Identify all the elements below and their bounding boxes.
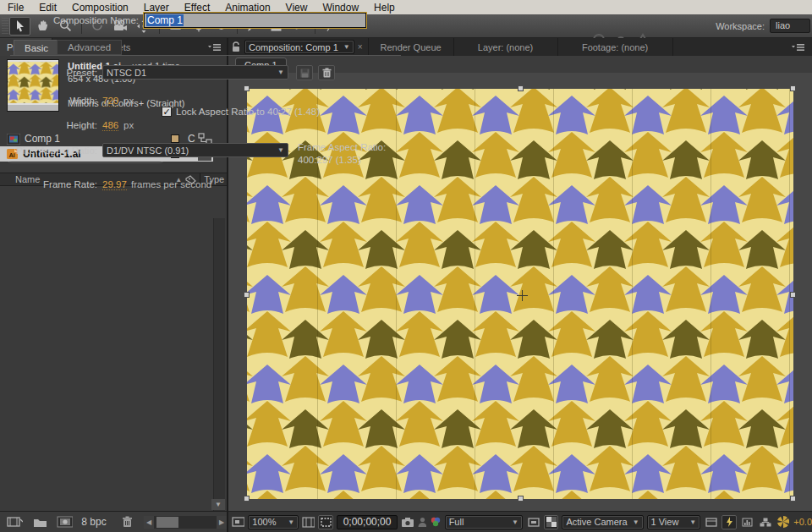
- menu-bar: File Edit Composition Layer Effect Anima…: [0, 0, 812, 14]
- height-label: Height:: [0, 120, 97, 130]
- chevron-down-icon: ▼: [277, 146, 284, 154]
- chevron-down-icon: ▼: [288, 518, 294, 526]
- pixel-aspect-correction-icon[interactable]: [721, 515, 736, 529]
- always-preview-icon[interactable]: [232, 517, 244, 527]
- selection-handle[interactable]: [518, 85, 524, 91]
- project-footer: 8 bpc ◀ ▶: [0, 511, 227, 532]
- delete-icon[interactable]: [122, 516, 132, 528]
- composition-icon: [7, 134, 20, 145]
- preset-select[interactable]: NTSC D1▼: [102, 65, 288, 80]
- new-folder-icon[interactable]: [33, 517, 47, 528]
- tab-composition-comp1[interactable]: Composition: Comp 1 ▼: [244, 40, 354, 54]
- composition-name-label: Composition Name:: [0, 15, 139, 25]
- frame-rate-unit: frames per second: [131, 179, 211, 189]
- selection-handle[interactable]: [518, 496, 524, 502]
- selection-handle[interactable]: [790, 292, 796, 298]
- save-preset-icon[interactable]: [296, 65, 313, 80]
- show-snapshot-icon[interactable]: [418, 517, 427, 527]
- channels-resolution-select[interactable]: Full▼: [445, 515, 523, 529]
- timeline-icon[interactable]: [704, 515, 718, 529]
- width-value[interactable]: 720: [102, 96, 118, 107]
- composition-panel-tabs: Composition: Comp 1 ▼ × Render Queue Lay…: [228, 38, 812, 56]
- chevron-down-icon: ▼: [512, 518, 518, 526]
- height-unit: px: [123, 120, 134, 130]
- menu-window[interactable]: Window: [315, 2, 366, 14]
- bit-depth-button[interactable]: 8 bpc: [81, 516, 106, 528]
- tab-render-queue[interactable]: Render Queue: [369, 38, 453, 56]
- color-swatch[interactable]: [171, 134, 179, 143]
- timecode-field[interactable]: 0;00;00;00: [337, 515, 398, 529]
- view-layout-select[interactable]: 1 View▼: [647, 515, 701, 529]
- pixel-aspect-ratio-select[interactable]: D1/DV NTSC (0.91)▼: [102, 143, 288, 157]
- selection-handle[interactable]: [790, 496, 796, 502]
- tab-basic[interactable]: Basic: [14, 40, 59, 55]
- preset-label: Preset:: [0, 68, 97, 78]
- region-of-interest-icon[interactable]: [318, 515, 332, 529]
- frame-aspect-ratio-label: Frame Aspect Ratio:: [298, 142, 386, 152]
- tab-layer[interactable]: Layer: (none): [454, 38, 557, 56]
- after-effects-window: File Edit Composition Layer Effect Anima…: [0, 0, 812, 532]
- vertical-scrollbar[interactable]: [213, 218, 225, 532]
- frame-aspect-ratio-value: 400:297 (1.35): [298, 155, 361, 165]
- frame-rate-label: Frame Rate:: [0, 179, 97, 189]
- anchor-point-icon[interactable]: [517, 290, 528, 301]
- menu-layer[interactable]: Layer: [136, 2, 177, 14]
- menu-help[interactable]: Help: [366, 2, 403, 14]
- height-value[interactable]: 486: [102, 120, 118, 131]
- frame-rate-value[interactable]: 29.97: [102, 179, 127, 190]
- menu-view[interactable]: View: [278, 2, 315, 14]
- exposure-value[interactable]: +0.0: [793, 517, 812, 527]
- tab-advanced[interactable]: Advanced: [57, 40, 122, 55]
- lock-icon[interactable]: [232, 41, 241, 52]
- chevron-down-icon: ▼: [633, 518, 639, 526]
- lock-aspect-checkbox[interactable]: ✓: [162, 107, 172, 117]
- menu-edit[interactable]: Edit: [31, 2, 64, 14]
- composition-footer: 100%▼ 0;00;00;00 Full▼ Active Camera▼ 1 …: [228, 511, 812, 532]
- scroll-right-icon[interactable]: ▶: [217, 516, 227, 529]
- scroll-left-icon[interactable]: ◀: [144, 516, 154, 529]
- reset-exposure-icon[interactable]: [776, 515, 790, 529]
- composition-name-input[interactable]: Comp 1: [144, 13, 366, 28]
- snapshot-icon[interactable]: [401, 517, 414, 527]
- scroll-down-icon[interactable]: ▼: [211, 499, 225, 510]
- transparency-grid-icon[interactable]: [544, 515, 558, 529]
- exposure-histogram-icon[interactable]: [740, 515, 754, 529]
- selection-handle[interactable]: [244, 85, 250, 91]
- workspace-select[interactable]: liao: [770, 19, 810, 33]
- menu-composition[interactable]: Composition: [64, 2, 136, 14]
- selection-handle[interactable]: [790, 85, 796, 91]
- row-label: Comp 1: [25, 133, 60, 145]
- interpret-footage-icon[interactable]: [7, 516, 23, 528]
- width-unit: px: [123, 96, 134, 106]
- workspace-label: Workspace:: [716, 21, 765, 31]
- channels-icon[interactable]: [430, 517, 441, 527]
- menu-animation[interactable]: Animation: [217, 2, 277, 14]
- safe-margins-icon[interactable]: [302, 517, 315, 528]
- lock-aspect-label: Lock Aspect Ratio to 40:27 (1.48): [176, 107, 320, 117]
- menu-effect[interactable]: Effect: [177, 2, 217, 14]
- chevron-down-icon[interactable]: ▼: [343, 43, 350, 51]
- width-label: Width:: [0, 96, 97, 106]
- magnification-select[interactable]: 100%▼: [248, 515, 299, 529]
- mini-flowchart-icon[interactable]: [758, 515, 772, 529]
- panel-menu-icon[interactable]: [792, 43, 805, 52]
- new-composition-icon[interactable]: [57, 516, 73, 528]
- resolution-icon[interactable]: [526, 515, 540, 529]
- selection-handle[interactable]: [244, 292, 250, 298]
- horizontal-scrollbar[interactable]: [154, 516, 217, 529]
- delete-preset-icon[interactable]: [318, 65, 335, 80]
- tab-footage[interactable]: Footage: (none): [558, 38, 672, 56]
- selection-handle[interactable]: [244, 496, 250, 502]
- pixel-aspect-ratio-label: Pixel Aspect Ratio:: [0, 145, 97, 156]
- menu-file[interactable]: File: [0, 2, 31, 14]
- chevron-down-icon: ▼: [277, 69, 284, 76]
- camera-view-select[interactable]: Active Camera▼: [562, 515, 643, 529]
- close-icon[interactable]: ×: [358, 42, 363, 52]
- panel-menu-icon[interactable]: [208, 43, 222, 52]
- chevron-down-icon: ▼: [689, 518, 696, 526]
